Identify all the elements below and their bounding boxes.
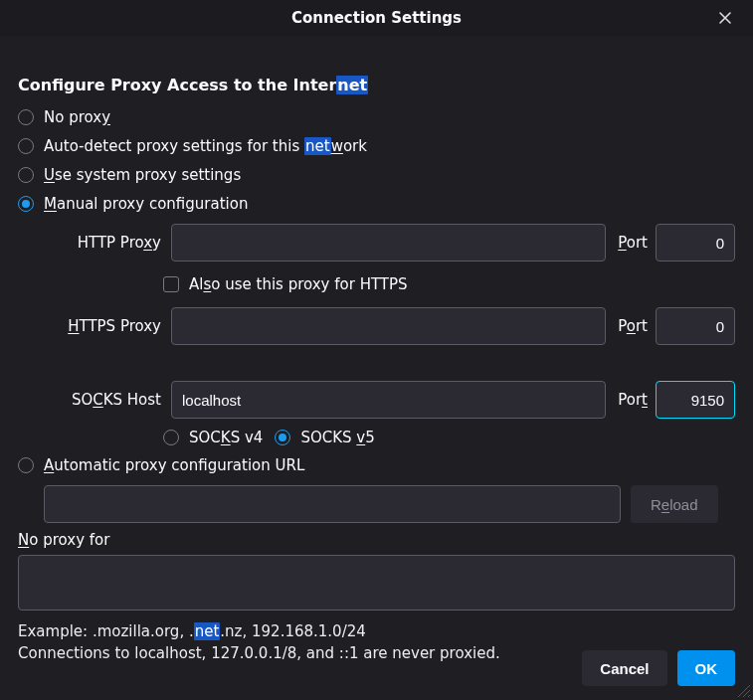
reload-button[interactable]: Reload — [631, 485, 718, 523]
radio-icon — [275, 430, 290, 445]
radio-icon — [18, 196, 34, 212]
checkbox-label: Also use this proxy for HTTPS — [189, 275, 408, 293]
https-port-label: Port — [614, 317, 648, 335]
radio-label: SOCKS v4 — [189, 429, 263, 446]
checkbox-also-https[interactable]: Also use this proxy for HTTPS — [163, 275, 735, 293]
http-port-label: Port — [614, 234, 648, 252]
radio-label: Automatic proxy configuration URL — [44, 456, 304, 474]
socks-host-input[interactable] — [171, 381, 606, 419]
radio-label: No proxy — [44, 108, 110, 126]
http-proxy-input[interactable] — [171, 224, 606, 262]
radio-label: SOCKS v5 — [300, 429, 374, 446]
ok-button[interactable]: OK — [677, 650, 736, 686]
radio-icon — [18, 109, 34, 125]
radio-socks-v5[interactable]: SOCKS v5 — [275, 429, 374, 446]
radio-icon — [18, 457, 34, 473]
checkbox-icon — [163, 276, 179, 292]
radio-no-proxy[interactable]: No proxy — [18, 108, 735, 126]
cancel-button[interactable]: Cancel — [582, 650, 666, 686]
radio-system-proxy[interactable]: Use system proxy settings — [18, 166, 735, 184]
title-bar: Connection Settings — [0, 0, 753, 36]
radio-label: Auto-detect proxy settings for this netw… — [44, 137, 367, 155]
https-proxy-label: HTTPS Proxy — [38, 317, 163, 335]
radio-auto-config-url[interactable]: Automatic proxy configuration URL — [18, 456, 735, 474]
https-port-input[interactable] — [656, 307, 735, 345]
radio-socks-v4[interactable]: SOCKS v4 — [163, 429, 263, 446]
https-proxy-input[interactable] — [171, 307, 606, 345]
socks-host-label: SOCKS Host — [38, 391, 163, 409]
socks-port-label: Port — [614, 391, 648, 409]
radio-manual-proxy[interactable]: Manual proxy configuration — [18, 195, 735, 213]
no-proxy-for-input[interactable] — [18, 555, 735, 611]
close-icon[interactable] — [707, 0, 743, 36]
dialog-title: Connection Settings — [291, 9, 462, 27]
radio-label: Manual proxy configuration — [44, 195, 248, 213]
pac-url-input[interactable] — [44, 485, 621, 523]
radio-label: Use system proxy settings — [44, 166, 241, 184]
radio-icon — [18, 167, 34, 183]
http-port-input[interactable] — [656, 224, 735, 262]
radio-auto-detect[interactable]: Auto-detect proxy settings for this netw… — [18, 137, 735, 155]
example-text: Example: .mozilla.org, .net.nz, 192.168.… — [18, 622, 735, 640]
section-heading: Configure Proxy Access to the Internet — [18, 76, 735, 94]
http-proxy-label: HTTP Proxy — [38, 234, 163, 252]
socks-port-input[interactable] — [656, 381, 735, 419]
radio-icon — [18, 138, 34, 154]
resize-grip-icon[interactable] — [737, 684, 751, 698]
no-proxy-for-label: No proxy for — [18, 531, 735, 549]
radio-icon — [163, 430, 179, 445]
